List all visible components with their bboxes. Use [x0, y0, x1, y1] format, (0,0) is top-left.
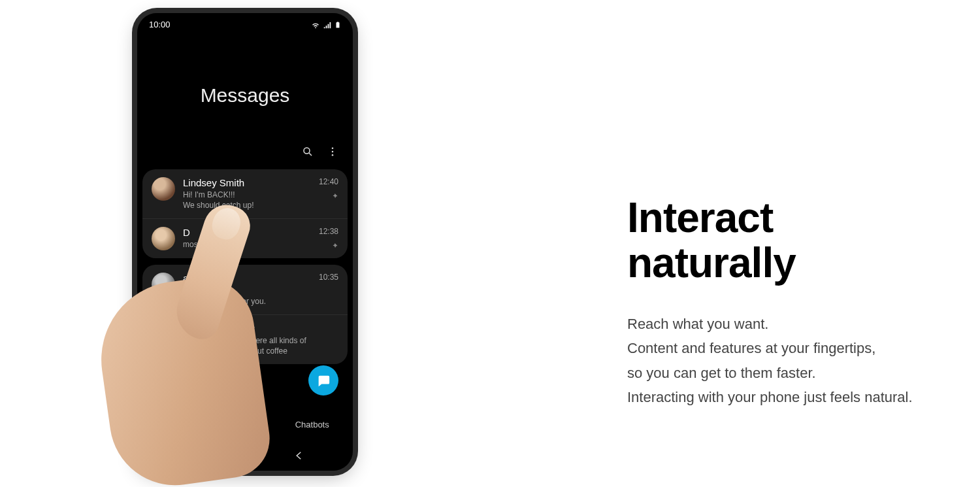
status-icons	[311, 20, 341, 29]
svg-point-3	[332, 151, 334, 153]
nav-bar	[137, 450, 353, 464]
svg-line-1	[309, 153, 312, 156]
compose-button[interactable]	[308, 365, 338, 395]
status-bar: 10:00	[137, 13, 353, 32]
avatar	[152, 177, 175, 201]
message-item[interactable]: Andrew Laycock In the article, there wer…	[142, 315, 348, 364]
message-time: 12:38	[319, 227, 338, 236]
message-name: Andrew Laycock	[183, 323, 338, 334]
phone-screen: 10:00 Messages	[137, 13, 353, 471]
pin-icon	[331, 193, 338, 201]
toolbar	[137, 146, 353, 167]
message-time: 12:40	[319, 177, 338, 186]
app-title: Messages	[137, 84, 353, 107]
tabs: versations Contacts Chatbots	[137, 416, 353, 435]
message-name: a Gray	[183, 273, 311, 284]
svg-point-2	[332, 147, 334, 149]
headline: Interact naturally	[627, 195, 980, 286]
marketing-copy: Interact naturally Reach what you want. …	[490, 78, 980, 410]
phone-frame: 10:00 Messages	[137, 13, 353, 471]
body-copy: Reach what you want. Content and feature…	[627, 312, 980, 410]
message-name: Lindsey Smith	[183, 177, 311, 188]
message-name: D	[183, 227, 311, 238]
status-time: 10:00	[149, 20, 171, 29]
message-item[interactable]: a Gray Alisa! ee what I've got for you. …	[142, 265, 348, 314]
message-item[interactable]: Lindsey Smith Hi! I'm BACK!!! We should …	[142, 169, 348, 219]
avatar	[152, 227, 175, 250]
pin-icon	[331, 243, 338, 250]
message-preview: Hi! I'm BACK!!! We should catch up!	[183, 190, 311, 210]
message-time: 10:35	[319, 273, 338, 282]
svg-point-4	[332, 154, 334, 156]
search-icon[interactable]	[302, 146, 314, 160]
tab-conversations[interactable]: versations	[158, 416, 206, 435]
svg-point-0	[304, 148, 310, 154]
message-preview: In the article, there were all kinds of …	[183, 335, 338, 356]
message-icon	[316, 373, 331, 388]
wifi-icon	[311, 20, 320, 29]
svg-rect-8	[242, 453, 248, 459]
battery-icon	[335, 20, 341, 29]
tab-chatbots[interactable]: Chatbots	[293, 416, 332, 435]
message-item[interactable]: D most interesting 12:38	[142, 219, 348, 258]
nav-recents-icon[interactable]	[185, 450, 197, 464]
more-icon[interactable]	[327, 146, 338, 160]
message-preview: most interesting	[183, 239, 311, 250]
message-preview: Alisa! ee what I've got for you.	[183, 285, 311, 306]
nav-home-icon[interactable]	[239, 450, 251, 464]
tab-contacts[interactable]: Contacts	[230, 416, 269, 435]
avatar	[152, 273, 175, 296]
conversations-list: Lindsey Smith Hi! I'm BACK!!! We should …	[137, 169, 353, 364]
signal-icon	[323, 20, 332, 29]
phone-showcase: 10:00 Messages	[0, 0, 490, 487]
nav-back-icon[interactable]	[293, 450, 305, 464]
